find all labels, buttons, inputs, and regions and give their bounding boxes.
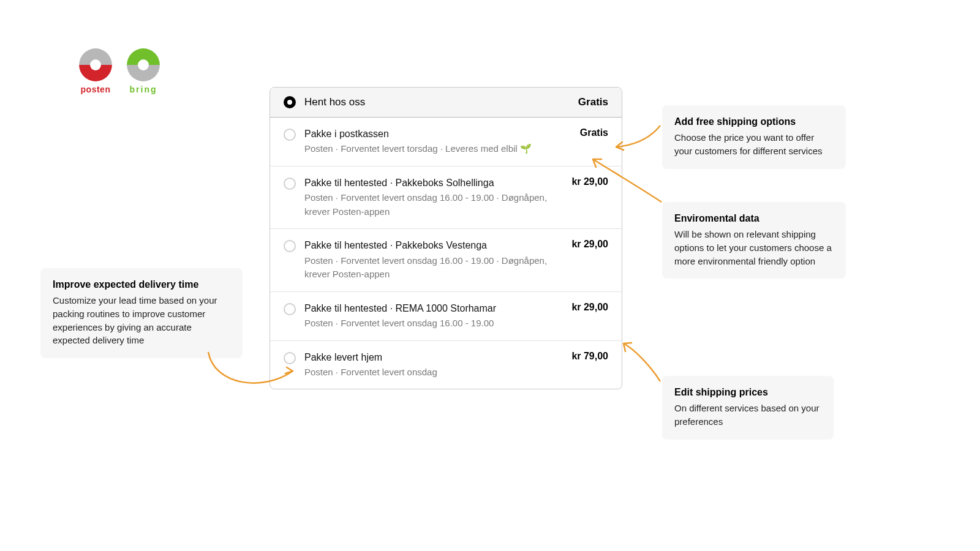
callout-environmental: Enviromental data Will be shown on relev… (662, 202, 846, 279)
callout-title: Enviromental data (674, 213, 834, 224)
arrow-icon (619, 340, 668, 389)
option-subtitle: Posten · Forventet levert onsdag 16.00 -… (304, 317, 496, 331)
radio-icon (284, 178, 296, 190)
callout-body: Choose the price you want to offer your … (674, 131, 834, 158)
shipping-option[interactable]: Pakke i postkassenPosten · Forventet lev… (270, 118, 622, 167)
selected-option-price: Gratis (578, 96, 608, 108)
callout-body: Customize your lead time based on your p… (53, 294, 230, 347)
callout-delivery-time: Improve expected delivery time Customize… (40, 268, 243, 358)
radio-icon (284, 129, 296, 141)
svg-point-3 (90, 59, 101, 70)
posten-icon (78, 48, 113, 82)
option-title: Pakke i postkassen (304, 127, 532, 141)
svg-point-7 (138, 59, 149, 70)
callout-title: Add free shipping options (674, 116, 834, 127)
shipping-option[interactable]: Pakke levert hjemPosten · Forventet leve… (270, 341, 622, 389)
radio-icon (284, 240, 296, 252)
shipping-option[interactable]: Pakke til hentested · Pakkeboks Vestenga… (270, 229, 622, 291)
option-subtitle: Posten · Forventet levert torsdag · Leve… (304, 142, 532, 156)
bring-icon (126, 48, 160, 82)
selected-option-title: Hent hos oss (304, 96, 365, 108)
option-price: kr 79,00 (571, 351, 608, 362)
option-price: Gratis (580, 127, 608, 138)
leaf-icon: 🌱 (520, 143, 532, 154)
callout-title: Improve expected delivery time (53, 279, 230, 290)
shipping-option[interactable]: Pakke til hentested · REMA 1000 Storhama… (270, 292, 622, 341)
option-price: kr 29,00 (571, 239, 608, 250)
posten-logo: posten (78, 48, 113, 94)
radio-icon (284, 352, 296, 364)
option-subtitle: Posten · Forventet levert onsdag (304, 365, 437, 380)
option-subtitle: Posten · Forventet levert onsdag 16.00 -… (304, 254, 549, 282)
option-subtitle: Posten · Forventet levert onsdag 16.00 -… (304, 191, 549, 219)
shipping-options-card: Hent hos oss Gratis Pakke i postkassenPo… (270, 87, 622, 389)
callout-title: Edit shipping prices (674, 387, 821, 398)
brand-logos: posten bring (78, 48, 160, 94)
option-title: Pakke levert hjem (304, 351, 437, 364)
shipping-option-selected[interactable]: Hent hos oss Gratis (270, 88, 622, 118)
callout-free-shipping: Add free shipping options Choose the pri… (662, 105, 846, 169)
radio-selected-icon (284, 96, 296, 108)
callout-body: Will be shown on relevant shipping optio… (674, 228, 834, 268)
callout-body: On different services based on your pref… (674, 402, 821, 429)
bring-label: bring (130, 84, 157, 94)
option-title: Pakke til hentested · Pakkeboks Vestenga (304, 239, 549, 252)
posten-label: posten (81, 84, 111, 94)
option-price: kr 29,00 (571, 302, 608, 313)
bring-logo: bring (126, 48, 160, 94)
option-title: Pakke til hentested · Pakkeboks Solhelli… (304, 176, 549, 190)
radio-icon (284, 303, 296, 315)
option-title: Pakke til hentested · REMA 1000 Storhama… (304, 302, 496, 315)
option-price: kr 29,00 (571, 176, 608, 187)
shipping-option[interactable]: Pakke til hentested · Pakkeboks Solhelli… (270, 167, 622, 229)
callout-edit-prices: Edit shipping prices On different servic… (662, 376, 834, 440)
